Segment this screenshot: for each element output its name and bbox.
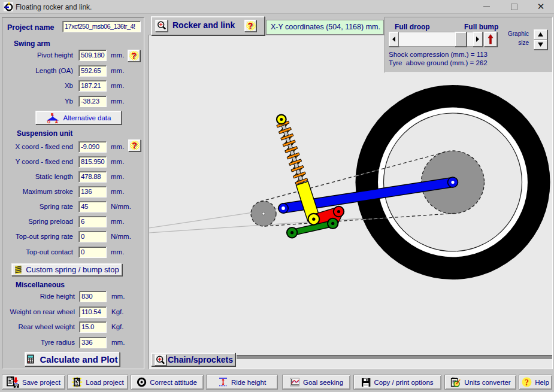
svg-text:B: B: [51, 113, 54, 117]
svg-text:A: A: [55, 120, 58, 123]
svg-text:O: O: [47, 120, 50, 123]
svg-text:?: ?: [525, 378, 529, 387]
